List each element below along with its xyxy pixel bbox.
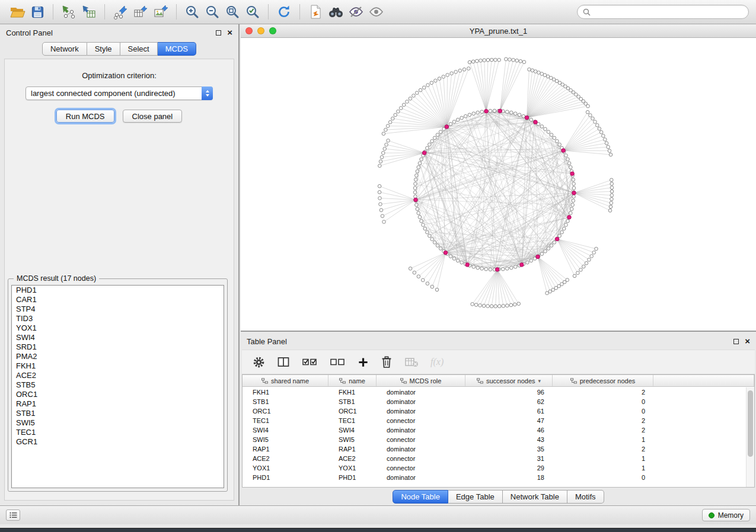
- status-menu-button[interactable]: [6, 509, 20, 521]
- export-table-button[interactable]: [130, 2, 151, 21]
- mcds-result-item[interactable]: SWI4: [12, 333, 224, 342]
- mcds-result-item[interactable]: TEC1: [12, 428, 224, 437]
- show-columns-button[interactable]: [277, 356, 290, 368]
- float-panel-icon[interactable]: [216, 30, 221, 36]
- float-table-panel-icon[interactable]: [733, 339, 739, 344]
- delete-row-button[interactable]: [381, 355, 393, 368]
- mcds-result-item[interactable]: PMA2: [12, 352, 224, 361]
- table-row[interactable]: TEC1TEC1connector472: [243, 416, 746, 425]
- import-network-button[interactable]: [59, 2, 79, 21]
- column-header-successor-nodes[interactable]: successor nodes▾: [465, 375, 553, 386]
- mcds-result-item[interactable]: STB5: [12, 380, 224, 390]
- mcds-result-item[interactable]: SRD1: [12, 342, 224, 352]
- mcds-result-item[interactable]: ORC1: [12, 390, 224, 399]
- column-label: MCDS role: [410, 377, 442, 384]
- checked-boxes-icon: [302, 356, 318, 368]
- table-row[interactable]: RAP1RAP1dominator352: [243, 444, 746, 454]
- tab-mcds[interactable]: MCDS: [158, 42, 196, 56]
- network-titlebar: YPA_prune.txt_1: [241, 24, 756, 38]
- cell-mcds-role: dominator: [377, 389, 465, 396]
- cell-mcds-role: connector: [377, 417, 465, 424]
- cell-mcds-role: connector: [377, 455, 465, 462]
- tab-style[interactable]: Style: [87, 42, 120, 56]
- close-panel-button[interactable]: Close panel: [123, 110, 183, 123]
- unselect-all-button[interactable]: [330, 356, 346, 368]
- close-window-icon[interactable]: [245, 27, 253, 34]
- tab-select[interactable]: Select: [120, 42, 158, 56]
- mcds-result-item[interactable]: YOX1: [12, 323, 224, 333]
- close-panel-icon[interactable]: ×: [227, 30, 232, 36]
- export-network-button[interactable]: [110, 2, 130, 21]
- mcds-result-item[interactable]: STB1: [12, 409, 224, 418]
- column-header-shared-name[interactable]: shared name: [243, 375, 328, 386]
- tab-node-table[interactable]: Node Table: [393, 490, 448, 504]
- table-row[interactable]: SWI4SWI4dominator462: [243, 425, 746, 435]
- cell-successor-nodes: 31: [465, 455, 553, 462]
- mcds-result-item[interactable]: FKH1: [12, 361, 224, 371]
- column-header-predecessor-nodes[interactable]: predecessor nodes: [553, 375, 653, 386]
- add-row-button[interactable]: [358, 357, 369, 368]
- tab-motifs[interactable]: Motifs: [567, 490, 604, 504]
- mcds-result-item[interactable]: TID3: [12, 314, 224, 323]
- column-header-mcds-role[interactable]: MCDS role: [377, 375, 465, 386]
- zoom-out-icon: [205, 4, 220, 20]
- network-canvas[interactable]: [241, 39, 756, 331]
- mcds-result-item[interactable]: RAP1: [12, 399, 224, 409]
- toolbar-separator: [176, 4, 177, 20]
- open-session-button[interactable]: [7, 2, 27, 21]
- maximize-window-icon[interactable]: [269, 27, 276, 34]
- criterion-dropdown[interactable]: largest connected component (undirected): [25, 86, 213, 100]
- table-options-button[interactable]: [253, 356, 265, 368]
- zoom-in-button[interactable]: [182, 2, 202, 21]
- save-session-button[interactable]: [27, 2, 47, 21]
- style-toggle-button[interactable]: [346, 2, 366, 21]
- export-image-button[interactable]: [151, 2, 171, 21]
- eye-icon: [368, 5, 384, 18]
- table-panel-header: Table Panel ×: [241, 333, 756, 350]
- table-row[interactable]: SWI5SWI5connector431: [243, 435, 746, 444]
- refresh-layout-button[interactable]: [274, 2, 294, 21]
- select-all-button[interactable]: [302, 356, 318, 368]
- memory-button[interactable]: Memory: [702, 509, 750, 521]
- mcds-result-item[interactable]: CAR1: [12, 295, 224, 305]
- find-button[interactable]: [326, 2, 346, 21]
- scrollbar-thumb[interactable]: [748, 390, 753, 457]
- table-row[interactable]: FKH1FKH1dominator962: [243, 387, 746, 397]
- zoom-fit-button[interactable]: [222, 2, 243, 21]
- mcds-result-item[interactable]: SWI5: [12, 418, 224, 428]
- cell-shared-name: STB1: [243, 398, 328, 405]
- mcds-result-item[interactable]: PHD1: [12, 286, 224, 295]
- column-header-name[interactable]: name: [328, 375, 377, 386]
- table-row[interactable]: ACE2ACE2connector311: [243, 454, 746, 463]
- cell-successor-nodes: 62: [465, 398, 553, 405]
- table-row[interactable]: ORC1ORC1dominator610: [243, 406, 746, 416]
- table-row[interactable]: YOX1YOX1connector291: [243, 463, 746, 473]
- minimize-window-icon[interactable]: [257, 27, 264, 34]
- show-details-button[interactable]: [366, 2, 386, 21]
- mcds-result-item[interactable]: STP4: [12, 305, 224, 314]
- network-graph[interactable]: [241, 39, 756, 331]
- run-mcds-button[interactable]: Run MCDS: [56, 110, 114, 123]
- tab-network[interactable]: Network: [42, 42, 87, 56]
- tab-network-table[interactable]: Network Table: [503, 490, 567, 504]
- table-tabs: Node TableEdge TableNetwork TableMotifs: [241, 488, 756, 505]
- zoom-out-button[interactable]: [202, 2, 222, 21]
- search-input[interactable]: [594, 8, 743, 16]
- table-row[interactable]: PHD1PHD1dominator180: [243, 473, 746, 482]
- import-table-button[interactable]: [79, 2, 99, 21]
- mcds-result-groupbox: MCDS result (17 nodes) PHD1CAR1STP4TID3Y…: [8, 278, 228, 492]
- document-export-button[interactable]: [305, 2, 326, 21]
- network-title: YPA_prune.txt_1: [241, 27, 756, 36]
- cell-shared-name: ACE2: [243, 455, 328, 462]
- table-scrollbar[interactable]: [746, 387, 754, 487]
- close-table-panel-icon[interactable]: ×: [745, 338, 750, 344]
- mcds-result-title: MCDS result (17 nodes): [14, 274, 99, 283]
- zoom-selected-button[interactable]: [243, 2, 263, 21]
- cell-shared-name: SWI4: [243, 427, 328, 434]
- table-row[interactable]: STB1STB1dominator620: [243, 397, 746, 406]
- sort-chevron-icon[interactable]: ▾: [538, 378, 541, 384]
- mcds-result-item[interactable]: ACE2: [12, 371, 224, 380]
- search-box[interactable]: [577, 5, 749, 19]
- mcds-result-item[interactable]: GCR1: [12, 437, 224, 447]
- tab-edge-table[interactable]: Edge Table: [448, 490, 503, 504]
